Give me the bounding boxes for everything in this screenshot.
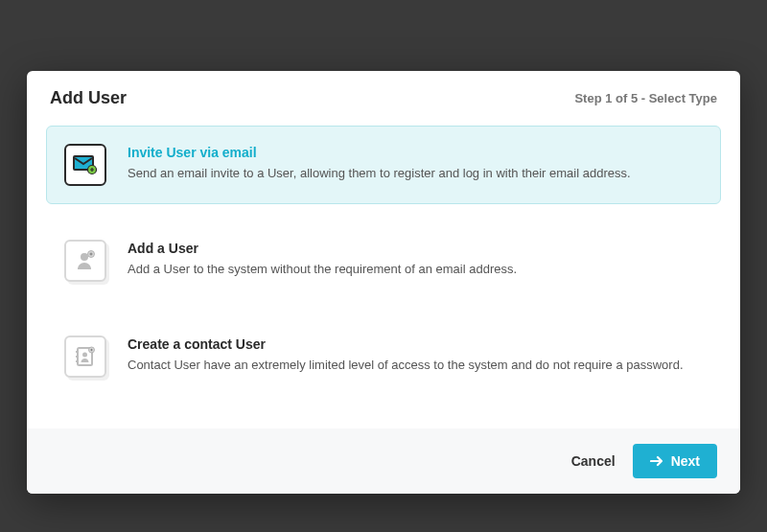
option-text: Create a contact User Contact User have … [128,335,703,375]
svg-point-8 [82,353,87,358]
option-description: Contact User have an extremely limited l… [128,356,703,375]
svg-point-2 [81,253,88,261]
modal-header: Add User Step 1 of 5 - Select Type [27,71,740,122]
next-button[interactable]: Next [633,444,717,478]
option-text: Invite User via email Send an email invi… [128,144,703,183]
svg-rect-5 [76,351,79,353]
svg-rect-6 [76,356,79,358]
svg-rect-7 [76,360,79,362]
add-user-modal: Add User Step 1 of 5 - Select Type Invit… [27,71,740,494]
option-description: Send an email invite to a User, allowing… [128,164,703,183]
modal-title: Add User [50,88,127,108]
cancel-button[interactable]: Cancel [571,453,616,469]
option-add-user[interactable]: Add a User Add a User to the system with… [46,221,721,300]
next-button-label: Next [671,453,700,469]
option-title: Invite User via email [128,145,703,160]
background-obscured-right [738,220,767,460]
option-description: Add a User to the system without the req… [128,260,703,279]
option-text: Add a User Add a User to the system with… [128,240,703,279]
arrow-right-icon [650,455,663,467]
modal-body: Invite User via email Send an email invi… [27,122,740,428]
option-create-contact-user[interactable]: Create a contact User Contact User have … [46,317,721,396]
background-obscured-left [0,58,29,441]
user-add-icon [64,240,106,282]
address-book-icon [64,335,106,378]
step-indicator: Step 1 of 5 - Select Type [574,91,717,105]
option-title: Add a User [128,241,703,256]
modal-footer: Cancel Next [27,428,740,494]
option-invite-via-email[interactable]: Invite User via email Send an email invi… [46,126,721,204]
envelope-invite-icon [64,144,106,186]
option-title: Create a contact User [128,336,703,352]
